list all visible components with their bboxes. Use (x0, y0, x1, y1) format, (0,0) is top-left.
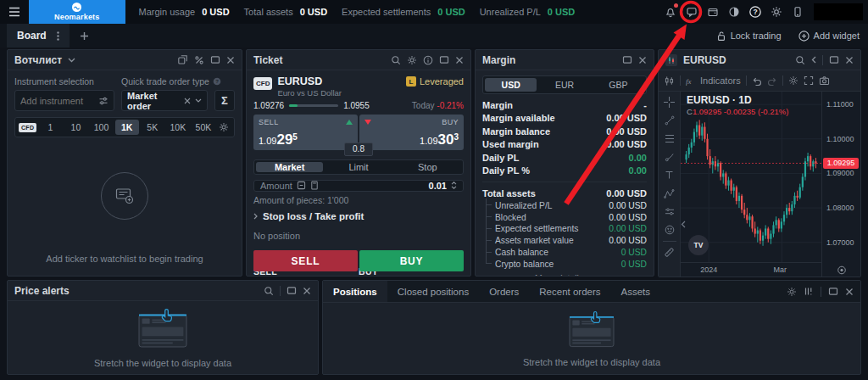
theme-contrast-icon[interactable] (726, 5, 741, 20)
tab-options-icon[interactable] (57, 31, 59, 41)
sum-button[interactable]: Σ (214, 90, 235, 111)
minus-box-icon[interactable] (297, 181, 306, 190)
columns-icon[interactable] (804, 287, 814, 296)
search-icon[interactable] (264, 286, 274, 296)
tab-recent-orders[interactable]: Recent orders (529, 281, 610, 302)
currency-tab-gbp[interactable]: GBP (593, 78, 644, 92)
amount-stepper[interactable] (451, 182, 457, 189)
add-board-icon[interactable] (80, 31, 89, 41)
tab-limit[interactable]: Limit (325, 162, 392, 172)
amount-field[interactable]: Amount 0.01 (253, 180, 464, 192)
trendline-tool-icon[interactable] (659, 112, 680, 131)
buy-price-box[interactable]: BUY 1.09303 (359, 115, 464, 150)
chevron-down-icon[interactable] (68, 58, 75, 63)
gear-icon[interactable] (217, 122, 231, 132)
lock-trading-button[interactable]: Lock trading (716, 31, 782, 42)
tab-positions[interactable]: Positions (323, 281, 387, 302)
instrument-search-field[interactable] (14, 90, 114, 111)
qty-button[interactable]: 100 (89, 120, 113, 135)
help-circle-icon[interactable]: ? (213, 77, 221, 86)
measure-tool-icon[interactable] (659, 243, 680, 262)
maximize-icon[interactable] (829, 55, 839, 64)
candlestick-chart[interactable]: EURUSD · 1D C1.09295 -0.00235 (-0.21%) T… (681, 92, 821, 262)
price-axis[interactable]: 1.110001.100001.090001.080001.070001.092… (821, 92, 860, 277)
buy-button[interactable]: BUY (359, 250, 464, 271)
search-icon[interactable] (795, 55, 805, 65)
calculator-icon[interactable] (310, 181, 319, 190)
tradingview-logo[interactable]: TV (688, 235, 709, 255)
sell-button[interactable]: SELL (253, 250, 358, 271)
candle-style-icon[interactable] (664, 75, 675, 87)
bell-icon[interactable] (663, 5, 677, 20)
fib-tool-icon[interactable] (659, 130, 680, 148)
tab-market[interactable]: Market (256, 162, 323, 172)
neomarkets-logo[interactable]: Neomarkets (29, 0, 125, 24)
gear-icon[interactable] (769, 5, 783, 20)
hamburger-menu-icon[interactable] (0, 0, 29, 24)
clear-icon[interactable] (184, 98, 191, 104)
tab-board[interactable]: Board (7, 24, 70, 48)
tab-orders[interactable]: Orders (479, 281, 529, 302)
camera-icon[interactable] (819, 75, 830, 86)
help-icon[interactable]: ? (748, 5, 762, 20)
sell-price-box[interactable]: SELL 1.09295 (253, 115, 358, 150)
gear-icon[interactable] (787, 287, 797, 297)
more-details-button[interactable]: More details (482, 270, 647, 277)
currency-tab-eur[interactable]: EUR (538, 78, 590, 92)
wallet-icon[interactable] (705, 5, 720, 20)
qty-button[interactable]: 10K (166, 120, 190, 135)
close-icon[interactable] (226, 56, 235, 64)
time-axis[interactable]: 2024Mar (681, 262, 821, 277)
close-icon[interactable] (845, 288, 854, 296)
maximize-icon[interactable] (439, 55, 449, 64)
qty-button-active[interactable]: 1K (115, 120, 139, 135)
tab-closed-positions[interactable]: Closed positions (387, 281, 479, 302)
cfd-chip[interactable]: CFD (19, 123, 36, 132)
fullscreen-icon[interactable] (804, 75, 814, 86)
order-type-select[interactable]: Market order (121, 90, 208, 111)
crosshair-tool-icon[interactable] (659, 93, 680, 112)
maximize-icon[interactable] (210, 55, 220, 64)
forecast-tool-icon[interactable] (659, 203, 680, 221)
indicators-button[interactable]: fx Indicators (686, 75, 741, 86)
search-icon[interactable] (391, 55, 401, 65)
mobile-icon[interactable] (790, 5, 804, 20)
stretch-widget-illustration (554, 310, 630, 354)
collapse-rail-icon[interactable] (681, 221, 686, 228)
target-icon[interactable] (837, 265, 846, 275)
undo-icon[interactable] (752, 76, 762, 86)
popout-icon[interactable] (177, 54, 188, 65)
qty-button[interactable]: 5K (141, 120, 164, 135)
maximize-icon[interactable] (287, 286, 297, 295)
search-input[interactable] (20, 96, 95, 106)
maximize-icon[interactable] (828, 287, 838, 296)
gear-icon[interactable] (407, 55, 417, 65)
close-icon[interactable] (303, 287, 311, 295)
chart-settings-icon[interactable] (788, 75, 798, 86)
chevron-down-icon[interactable] (195, 98, 202, 103)
add-widget-button[interactable]: Add widget (798, 31, 860, 42)
tab-assets[interactable]: Assets (611, 281, 661, 302)
maximize-icon[interactable] (622, 55, 632, 64)
margin-subrow: Assets market value0.00 USD (482, 235, 647, 247)
percent-icon[interactable] (194, 55, 204, 65)
qty-button[interactable]: 10 (64, 120, 87, 135)
qty-button[interactable]: 50K (192, 120, 215, 135)
amount-value[interactable]: 0.01 (429, 181, 447, 191)
chat-icon[interactable] (684, 5, 698, 20)
chevron-left-icon[interactable] (811, 56, 816, 64)
stoploss-takeprofit-toggle[interactable]: Stop loss / Take profit (253, 211, 464, 221)
currency-tab-usd[interactable]: USD (485, 78, 537, 92)
info-icon[interactable] (423, 55, 433, 65)
close-icon[interactable] (845, 56, 854, 64)
emoji-tool-icon[interactable] (659, 221, 680, 240)
redo-icon[interactable] (767, 76, 777, 86)
close-icon[interactable] (638, 56, 647, 64)
close-icon[interactable] (455, 56, 464, 64)
qty-button[interactable]: 1 (38, 120, 62, 135)
text-tool-icon[interactable] (659, 166, 680, 185)
tab-stop[interactable]: Stop (394, 162, 461, 172)
pattern-tool-icon[interactable] (659, 185, 680, 204)
filter-icon[interactable] (98, 96, 108, 106)
brush-tool-icon[interactable] (659, 148, 680, 167)
